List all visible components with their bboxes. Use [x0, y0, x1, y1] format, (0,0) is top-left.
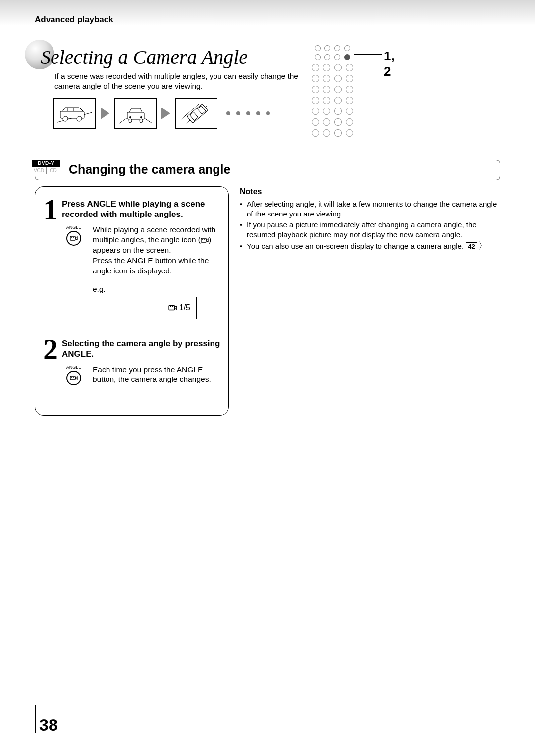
- section-label: Advanced playback: [35, 15, 113, 26]
- svg-point-15: [73, 237, 74, 238]
- svg-point-20: [170, 306, 171, 307]
- badge-cd: CD: [46, 167, 60, 174]
- step-2-text: Each time you press the ANGLE button, th…: [93, 365, 220, 385]
- car-front-view-thumb: [114, 98, 157, 129]
- format-badges: DVD-V VCD CD: [32, 160, 60, 174]
- continuation-dots: [226, 111, 270, 115]
- angle-button-col: ANGLE: [62, 225, 86, 319]
- angle-button-icon: [66, 231, 81, 246]
- step-number: 1: [43, 199, 59, 319]
- step-1: 1 Press ANGLE while playing a scene reco…: [43, 199, 220, 319]
- intro-text: If a scene was recorded with multiple an…: [54, 71, 302, 91]
- svg-point-17: [202, 239, 203, 240]
- svg-point-8: [129, 119, 132, 123]
- section-heading: Changing the camera angle: [35, 160, 500, 180]
- page-number-wrap: 38: [35, 705, 58, 733]
- svg-point-9: [140, 119, 143, 123]
- svg-point-14: [71, 237, 72, 238]
- car-top-view-thumb: [175, 98, 217, 129]
- svg-point-1: [63, 116, 68, 121]
- remote-callout-line: [354, 54, 382, 55]
- osd-angle-value: 1/5: [179, 302, 190, 313]
- arrow-icon: [101, 108, 109, 119]
- remote-diagram: 1, 2: [305, 40, 360, 142]
- badge-dvd: DVD-V: [32, 160, 60, 167]
- angle-thumbnails-row: [54, 98, 270, 129]
- svg-point-7: [140, 116, 142, 118]
- svg-rect-5: [127, 112, 144, 119]
- angle-button-icon: [66, 371, 81, 385]
- angle-button-label: ANGLE: [66, 225, 82, 230]
- step-1-text: While playing a scene recorded with mult…: [93, 225, 220, 319]
- eg-label: e.g.: [93, 284, 220, 295]
- step-number: 2: [43, 338, 59, 385]
- page-title: Selecting a Camera Angle: [41, 46, 248, 69]
- svg-point-2: [77, 116, 82, 121]
- camera-icon: [168, 304, 177, 311]
- angle-button-col: ANGLE: [62, 365, 86, 385]
- section-bar-wrap: DVD-V VCD CD Changing the camera angle: [35, 160, 500, 180]
- svg-point-24: [73, 377, 74, 378]
- svg-point-6: [129, 116, 131, 118]
- svg-rect-19: [169, 306, 174, 310]
- page-reference: 42: [466, 242, 477, 251]
- notes-title: Notes: [240, 186, 500, 197]
- svg-point-18: [204, 239, 205, 240]
- note-item: You can also use an on-screen display to…: [240, 241, 500, 251]
- car-side-view-thumb: [54, 98, 96, 129]
- step-2: 2 Selecting the camera angle by pressing…: [43, 338, 220, 385]
- note-item: If you pause a picture immediately after…: [240, 220, 500, 240]
- angle-button-label: ANGLE: [66, 365, 82, 370]
- step-1-title: Press ANGLE while playing a scene record…: [62, 199, 220, 220]
- osd-angle-display: 1/5: [93, 297, 197, 319]
- remote-body: [305, 40, 360, 142]
- step-2-title: Selecting the camera angle by pressing A…: [62, 338, 220, 360]
- badge-vcd: VCD: [32, 167, 46, 174]
- svg-rect-22: [70, 376, 75, 380]
- svg-rect-10: [187, 104, 208, 123]
- remote-angle-button: [344, 54, 350, 60]
- page-number: 38: [39, 716, 58, 733]
- content-area: Advanced playback Selecting a Camera Ang…: [35, 15, 500, 26]
- svg-rect-13: [70, 236, 75, 240]
- note-item: After selecting angle, it will take a fe…: [240, 199, 500, 219]
- remote-callout-label: 1, 2: [384, 49, 395, 79]
- svg-rect-16: [201, 238, 206, 242]
- svg-point-21: [172, 306, 173, 307]
- svg-point-23: [71, 377, 72, 378]
- notes-list: After selecting angle, it will take a fe…: [240, 199, 500, 251]
- page-number-bar: [35, 705, 36, 733]
- arrow-icon: [161, 108, 170, 119]
- notes-panel: Notes After selecting angle, it will tak…: [240, 186, 500, 416]
- steps-panel: 1 Press ANGLE while playing a scene reco…: [35, 186, 229, 416]
